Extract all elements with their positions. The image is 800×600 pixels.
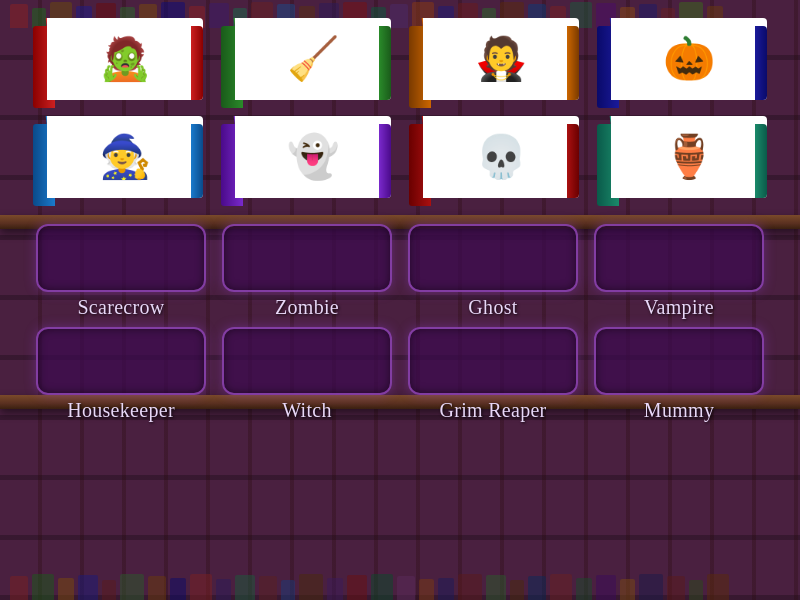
- grimreaper-book[interactable]: 💀: [409, 116, 579, 206]
- witch-book[interactable]: 🧙: [33, 116, 203, 206]
- zombie-book[interactable]: 🧟: [33, 18, 203, 108]
- grimreaper-selection[interactable]: Grim Reaper: [408, 327, 578, 422]
- vampire-book[interactable]: 🧛: [409, 18, 579, 108]
- mummy-box[interactable]: [594, 327, 764, 395]
- housekeeper-book-cover: 🧹: [235, 18, 391, 100]
- ghost-book-cover: 👻: [235, 116, 391, 198]
- scarecrow-selection[interactable]: Scarecrow: [36, 224, 206, 319]
- mummy-icon: 🏺: [663, 136, 715, 178]
- mummy-label: Mummy: [644, 399, 714, 422]
- scarecrow-box[interactable]: [36, 224, 206, 292]
- vampire-book-cover: 🧛: [423, 18, 579, 100]
- scarecrow-book-cover: 🎃: [611, 18, 767, 100]
- housekeeper-box[interactable]: [36, 327, 206, 395]
- zombie-box[interactable]: [222, 224, 392, 292]
- books-row-1: 🧟 🧹 🧛 🎃: [20, 18, 780, 108]
- mummy-book-cover: 🏺: [611, 116, 767, 198]
- zombie-selection[interactable]: Zombie: [222, 224, 392, 319]
- witch-icon: 🧙: [99, 136, 151, 178]
- selection-row-2: Housekeeper Witch Grim Reaper Mummy: [36, 327, 764, 422]
- ghost-book[interactable]: 👻: [221, 116, 391, 206]
- scarecrow-icon: 🎃: [663, 38, 715, 80]
- ghost-selection[interactable]: Ghost: [408, 224, 578, 319]
- ghost-box[interactable]: [408, 224, 578, 292]
- grimreaper-label: Grim Reaper: [439, 399, 546, 422]
- vampire-box[interactable]: [594, 224, 764, 292]
- witch-selection[interactable]: Witch: [222, 327, 392, 422]
- scarecrow-book[interactable]: 🎃: [597, 18, 767, 108]
- mummy-selection[interactable]: Mummy: [594, 327, 764, 422]
- vampire-icon: 🧛: [475, 38, 527, 80]
- zombie-book-cover: 🧟: [47, 18, 203, 100]
- housekeeper-selection[interactable]: Housekeeper: [36, 327, 206, 422]
- mummy-book[interactable]: 🏺: [597, 116, 767, 206]
- vampire-label: Vampire: [644, 296, 714, 319]
- grimreaper-book-cover: 💀: [423, 116, 579, 198]
- ghost-icon: 👻: [287, 136, 339, 178]
- zombie-icon: 🧟: [99, 38, 151, 80]
- housekeeper-label: Housekeeper: [67, 399, 175, 422]
- witch-box[interactable]: [222, 327, 392, 395]
- vampire-selection[interactable]: Vampire: [594, 224, 764, 319]
- books-row-2: 🧙 👻 💀 🏺: [20, 116, 780, 206]
- zombie-label: Zombie: [275, 296, 339, 319]
- scarecrow-label: Scarecrow: [77, 296, 164, 319]
- grimreaper-box[interactable]: [408, 327, 578, 395]
- grimreaper-icon: 💀: [475, 136, 527, 178]
- witch-book-cover: 🧙: [47, 116, 203, 198]
- housekeeper-icon: 🧹: [287, 38, 339, 80]
- main-container: 🧟 🧹 🧛 🎃: [0, 0, 800, 600]
- selection-row-1: Scarecrow Zombie Ghost Vampire: [36, 224, 764, 319]
- witch-label: Witch: [282, 399, 332, 422]
- housekeeper-book[interactable]: 🧹: [221, 18, 391, 108]
- ghost-label: Ghost: [468, 296, 517, 319]
